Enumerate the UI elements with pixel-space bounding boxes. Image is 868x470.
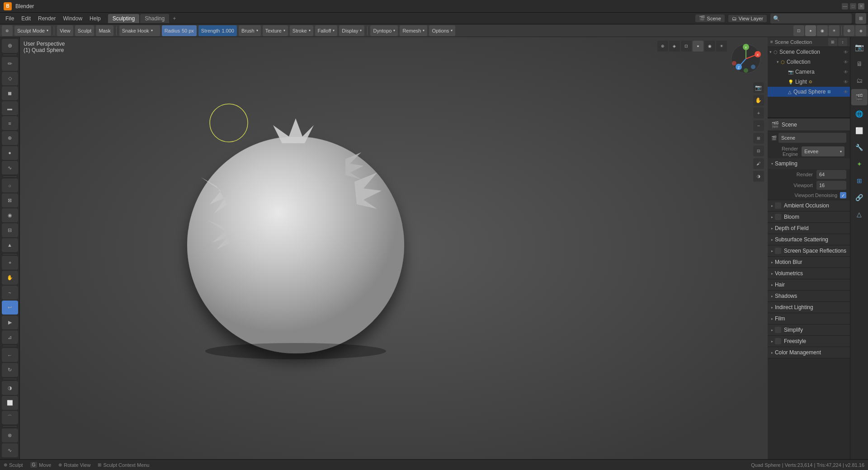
close-button[interactable]: ✕ <box>858 3 864 9</box>
tab-sculpting[interactable]: Sculpting <box>108 14 139 23</box>
depth-of-field-header[interactable]: ▸ Depth of Field <box>768 223 850 234</box>
add-workspace-button[interactable]: + <box>170 14 179 23</box>
outliner-item-camera[interactable]: ▸ 📷 Camera 👁 <box>768 67 850 77</box>
sculpt-mode-dropdown[interactable]: Sculpt Mode ▾ <box>14 26 51 36</box>
ambient-occlusion-header[interactable]: ▸ Ambient Occlusion <box>768 200 850 211</box>
outliner-item-quad-sphere[interactable]: ▸ △ Quad Sphere ⊞ 👁 <box>768 87 850 97</box>
view-layer-label[interactable]: View Layer <box>739 16 763 21</box>
render-engine-dropdown[interactable]: Eevee ▾ <box>802 146 844 156</box>
tool-nudge[interactable]: ← <box>2 348 18 362</box>
viewport-shading-solid[interactable]: ● <box>805 25 816 36</box>
menu-edit[interactable]: Edit <box>18 14 34 23</box>
maximize-button[interactable]: □ <box>850 3 856 9</box>
quad-sphere-eye[interactable]: 👁 <box>844 89 848 94</box>
viewport-sampling-value[interactable]: 16 <box>816 181 846 190</box>
outliner-item-scene-collection[interactable]: ▾ ⬡ Scene Collection 👁 <box>768 47 850 57</box>
view-menu[interactable]: View <box>57 25 73 36</box>
tool-draw[interactable]: ✏ <box>2 57 18 71</box>
mask-menu[interactable]: Mask <box>96 25 113 36</box>
light-eye[interactable]: 👁 <box>844 80 848 85</box>
viewport-overlay-toggle[interactable]: ⊕ <box>844 25 854 36</box>
bloom-header[interactable]: ▸ Bloom <box>768 212 850 222</box>
freestyle-header[interactable]: ▸ Freestyle <box>768 336 850 347</box>
indirect-lighting-header[interactable]: ▸ Indirect Lighting <box>768 302 850 313</box>
render-region-button[interactable]: ⊟ <box>753 146 764 156</box>
constraints-icon[interactable]: 🔗 <box>851 189 868 206</box>
volumetrics-header[interactable]: ▸ Volumetrics <box>768 268 850 279</box>
stroke-dropdown[interactable]: Stroke ▾ <box>290 25 313 36</box>
simplify-checkbox[interactable] <box>775 327 781 333</box>
motion-blur-header[interactable]: ▸ Motion Blur <box>768 257 850 268</box>
display-dropdown[interactable]: Display ▾ <box>339 25 364 36</box>
filter-icon[interactable]: ⊞ <box>855 13 866 24</box>
subsurface-scattering-header[interactable]: ▸ Subsurface Scattering <box>768 234 850 245</box>
strength-field[interactable]: Strength 1.000 <box>198 25 237 36</box>
scene-collection-eye[interactable]: 👁 <box>844 50 848 55</box>
menu-render[interactable]: Render <box>34 14 59 23</box>
tool-blob[interactable]: ● <box>2 146 18 160</box>
navigation-gizmo[interactable]: Y X Z <box>730 42 762 75</box>
tool-elastic[interactable]: ~ <box>2 286 18 300</box>
ambient-occlusion-checkbox[interactable] <box>775 202 781 209</box>
radius-field[interactable]: Radius 50 px <box>162 25 197 36</box>
tool-clay[interactable]: ◼ <box>2 86 18 100</box>
shading-wireframe[interactable]: ⊡ <box>681 41 692 52</box>
scene-name-field[interactable]: Scene <box>778 133 846 143</box>
mode-icon[interactable]: ⊕ <box>2 25 13 36</box>
outliner-filter[interactable]: ⊞ <box>828 38 837 46</box>
shading-material[interactable]: ◉ <box>704 41 715 52</box>
tool-flatten[interactable]: ⊠ <box>2 193 18 207</box>
scene-selector-label[interactable]: Scene <box>707 16 721 21</box>
color-management-header[interactable]: ▸ Color Management <box>768 347 850 358</box>
viewport-denoising-checkbox[interactable]: ✓ <box>840 192 846 198</box>
viewport-gizmo[interactable]: Y X Z <box>728 41 764 77</box>
menu-file[interactable]: File <box>2 14 18 23</box>
scene-props-icon[interactable]: 🎬 <box>851 89 868 105</box>
tool-pose[interactable]: ⊿ <box>2 330 18 344</box>
tool-grab[interactable]: ✋ <box>2 271 18 285</box>
xray-toggle[interactable]: ◈ <box>855 25 866 36</box>
texture-dropdown[interactable]: Texture ▾ <box>263 25 288 36</box>
tool-layer[interactable]: ≡ <box>2 116 18 130</box>
object-props-icon[interactable]: ⬜ <box>851 122 868 139</box>
camera-view-button[interactable]: 📷 <box>753 82 764 93</box>
options-dropdown[interactable]: Options ▾ <box>429 25 455 36</box>
zoom-in-button[interactable]: + <box>753 108 764 118</box>
falloff-dropdown[interactable]: Falloff ▾ <box>315 25 338 36</box>
tool-simplify[interactable]: ∿ <box>2 443 18 457</box>
tool-crease[interactable]: ∿ <box>2 161 18 175</box>
tool-pinch[interactable]: ⌖ <box>2 256 18 270</box>
collection-eye[interactable]: 👁 <box>844 60 848 65</box>
shading-solid[interactable]: ● <box>693 41 703 52</box>
hand-tool-button[interactable]: ✋ <box>753 95 764 106</box>
local-view-button[interactable]: ⊞ <box>753 133 764 144</box>
dyntopo-dropdown[interactable]: Dyntopo ▾ <box>370 25 398 36</box>
viewport-shading-wireframe[interactable]: ⊡ <box>793 25 804 36</box>
tool-rotate[interactable]: ↻ <box>2 363 18 377</box>
tool-name-dropdown[interactable]: Snake Hook ▾ <box>119 25 160 36</box>
tool-inflate[interactable]: ⊕ <box>2 131 18 145</box>
tab-shading[interactable]: Shading <box>140 14 169 23</box>
viewport-shading-material[interactable]: ◉ <box>817 25 828 36</box>
simplify-header[interactable]: ▸ Simplify <box>768 324 850 335</box>
film-header[interactable]: ▸ Film <box>768 313 850 324</box>
render-props-icon[interactable]: 📷 <box>851 39 868 55</box>
sampling-header[interactable]: ▾ Sampling <box>768 158 850 169</box>
tool-thumb[interactable]: ▶ <box>2 315 18 329</box>
tool-lasso-mask[interactable]: ⌒ <box>2 411 18 425</box>
viewport-shading-rendered[interactable]: ☀ <box>829 25 840 36</box>
tool-scrape[interactable]: ⊟ <box>2 223 18 237</box>
tool-cursor[interactable]: ⊕ <box>2 39 18 53</box>
hair-header[interactable]: ▸ Hair <box>768 279 850 290</box>
output-props-icon[interactable]: 🖥 <box>851 56 868 72</box>
data-props-icon[interactable]: △ <box>851 206 868 222</box>
xray-button[interactable]: ◈ <box>669 41 680 52</box>
ssr-checkbox[interactable] <box>775 248 781 254</box>
physics-icon[interactable]: ⊞ <box>851 173 868 189</box>
tool-trim[interactable]: ⊗ <box>2 428 18 442</box>
outliner-item-collection[interactable]: ▾ ⬡ Collection 👁 <box>768 57 850 67</box>
outliner-sort[interactable]: ↕ <box>838 38 847 46</box>
modifier-props-icon[interactable]: 🔧 <box>851 139 868 155</box>
minimize-button[interactable]: — <box>842 3 848 9</box>
screen-space-reflections-header[interactable]: ▸ Screen Space Reflections <box>768 245 850 256</box>
